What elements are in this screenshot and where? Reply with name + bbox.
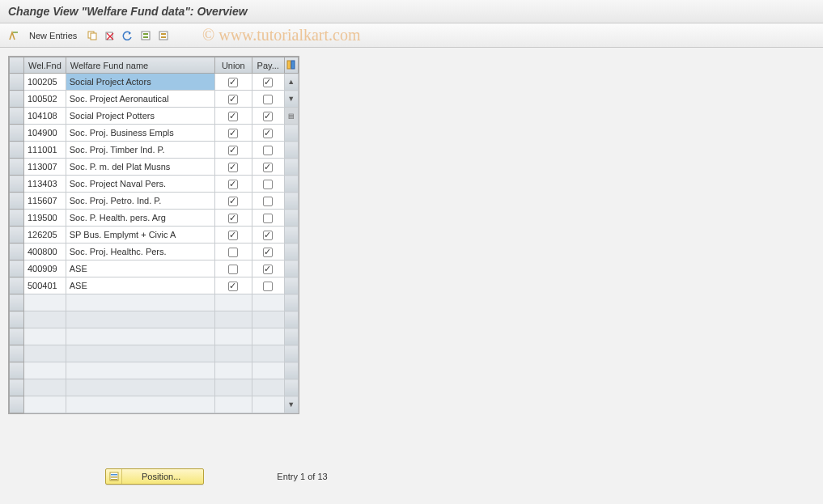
- row-selector[interactable]: [10, 91, 24, 108]
- code-input[interactable]: [24, 74, 66, 90]
- union-checkbox[interactable]: [228, 78, 238, 87]
- union-checkbox[interactable]: [228, 95, 238, 104]
- row-selector[interactable]: [10, 108, 24, 125]
- select-all-icon[interactable]: [138, 28, 153, 43]
- row-selector[interactable]: [10, 277, 24, 294]
- name-input[interactable]: [66, 260, 214, 277]
- table-config-icon[interactable]: [284, 57, 298, 74]
- row-selector[interactable]: [10, 74, 24, 91]
- code-input[interactable]: [24, 108, 66, 124]
- pay-checkbox[interactable]: [263, 95, 273, 104]
- new-entries-button[interactable]: New Entries: [24, 29, 82, 42]
- scrollbar-track: [284, 193, 298, 210]
- pay-checkbox[interactable]: [263, 112, 273, 121]
- pay-checkbox[interactable]: [263, 265, 273, 274]
- row-selector[interactable]: [10, 176, 24, 193]
- code-input[interactable]: [24, 260, 66, 277]
- name-input[interactable]: [66, 210, 214, 226]
- pay-checkbox[interactable]: [263, 214, 273, 223]
- col-header-select[interactable]: [10, 57, 24, 74]
- name-input[interactable]: [66, 277, 214, 294]
- code-input[interactable]: [24, 227, 66, 243]
- pay-checkbox[interactable]: [263, 248, 273, 257]
- pay-checkbox[interactable]: [263, 197, 273, 206]
- svg-rect-8: [161, 36, 166, 38]
- col-header-code[interactable]: Wel.Fnd: [24, 57, 66, 74]
- undo-icon[interactable]: [121, 28, 135, 43]
- row-selector[interactable]: [10, 294, 24, 311]
- code-input[interactable]: [24, 159, 66, 175]
- name-input[interactable]: [66, 108, 214, 124]
- name-input[interactable]: [66, 193, 214, 209]
- name-input[interactable]: [66, 125, 214, 141]
- col-header-name[interactable]: Welfare Fund name: [66, 57, 214, 74]
- code-input[interactable]: [24, 193, 66, 209]
- table-row: ▤: [10, 108, 299, 125]
- empty-cell: [214, 345, 252, 362]
- copy-icon[interactable]: [85, 28, 100, 43]
- table-row: [10, 176, 299, 193]
- name-input[interactable]: [66, 142, 214, 158]
- deselect-all-icon[interactable]: [156, 28, 171, 43]
- row-selector[interactable]: [10, 193, 24, 210]
- code-input[interactable]: [24, 125, 66, 141]
- pay-checkbox[interactable]: [263, 180, 273, 189]
- union-checkbox[interactable]: [228, 248, 238, 257]
- pay-checkbox[interactable]: [263, 129, 273, 138]
- union-checkbox[interactable]: [228, 112, 238, 121]
- union-checkbox[interactable]: [228, 265, 238, 274]
- union-checkbox[interactable]: [228, 214, 238, 223]
- row-selector[interactable]: [10, 311, 24, 328]
- row-selector[interactable]: [10, 396, 24, 413]
- union-checkbox[interactable]: [228, 129, 238, 138]
- row-selector[interactable]: [10, 159, 24, 176]
- scrollbar-track: [284, 142, 298, 159]
- pay-checkbox[interactable]: [263, 163, 273, 172]
- delete-icon[interactable]: [103, 28, 117, 43]
- pay-checkbox[interactable]: [263, 231, 273, 240]
- pay-checkbox[interactable]: [263, 78, 273, 87]
- union-checkbox[interactable]: [228, 231, 238, 240]
- code-input[interactable]: [24, 91, 66, 107]
- code-input[interactable]: [24, 176, 66, 192]
- svg-rect-6: [159, 32, 168, 40]
- code-input[interactable]: [24, 277, 66, 294]
- empty-cell: [214, 396, 252, 413]
- union-checkbox[interactable]: [228, 282, 238, 291]
- union-checkbox[interactable]: [228, 163, 238, 172]
- union-checkbox[interactable]: [228, 146, 238, 155]
- row-selector[interactable]: [10, 362, 24, 379]
- row-selector[interactable]: [10, 345, 24, 362]
- scrollbar-track[interactable]: ▼: [284, 396, 298, 413]
- pay-checkbox[interactable]: [263, 282, 273, 291]
- row-selector[interactable]: [10, 125, 24, 142]
- row-selector[interactable]: [10, 244, 24, 260]
- row-selector[interactable]: [10, 260, 24, 277]
- name-input[interactable]: [66, 91, 214, 107]
- name-input[interactable]: [66, 74, 214, 90]
- union-checkbox[interactable]: [228, 197, 238, 206]
- union-checkbox[interactable]: [228, 180, 238, 189]
- pay-checkbox[interactable]: [263, 146, 273, 155]
- code-input[interactable]: [24, 210, 66, 226]
- name-input[interactable]: [66, 159, 214, 175]
- scrollbar-track[interactable]: ▼: [284, 91, 298, 108]
- col-header-union[interactable]: Union: [214, 57, 252, 74]
- row-selector[interactable]: [10, 142, 24, 159]
- name-input[interactable]: [66, 176, 214, 192]
- row-selector[interactable]: [10, 379, 24, 396]
- toggle-icon[interactable]: [6, 28, 21, 43]
- name-input[interactable]: [66, 244, 214, 260]
- scrollbar-track: [284, 311, 298, 328]
- row-selector[interactable]: [10, 210, 24, 227]
- position-button[interactable]: Position...: [105, 468, 204, 485]
- scrollbar-track[interactable]: ▲: [284, 74, 298, 91]
- empty-cell: [24, 345, 66, 362]
- col-header-pay[interactable]: Pay...: [252, 57, 284, 74]
- row-selector[interactable]: [10, 328, 24, 345]
- row-selector[interactable]: [10, 227, 24, 244]
- code-input[interactable]: [24, 142, 66, 158]
- table-row: [10, 294, 299, 311]
- code-input[interactable]: [24, 244, 66, 260]
- name-input[interactable]: [66, 227, 214, 243]
